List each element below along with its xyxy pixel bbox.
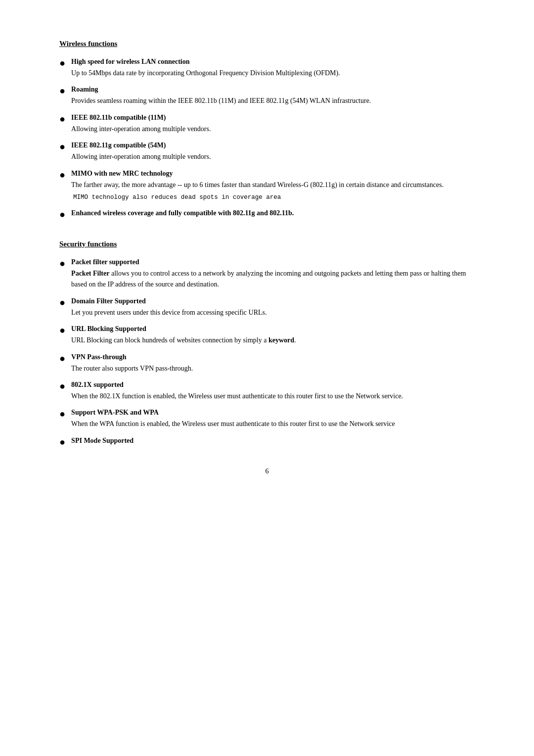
bullet-content: 802.1X supported When the 802.1X functio… [71, 381, 475, 402]
list-item: ● Support WPA-PSK and WPA When the WPA f… [59, 409, 475, 429]
bullet-description: The router also supports VPN pass-throug… [71, 365, 193, 372]
bullet-dot: ● [59, 113, 65, 125]
list-item: ● URL Blocking Supported URL Blocking ca… [59, 325, 475, 346]
bullet-content: High speed for wireless LAN connection U… [71, 58, 475, 79]
bullet-content: Domain Filter Supported Let you prevent … [71, 297, 475, 318]
bullet-content: IEEE 802.11g compatible (54M) Allowing i… [71, 142, 475, 162]
bullet-heading: Support WPA-PSK and WPA [71, 409, 475, 417]
bullet-heading: 802.1X supported [71, 381, 475, 389]
bullet-heading: IEEE 802.11g compatible (54M) [71, 142, 475, 149]
bullet-description: When the 802.1X function is enabled, the… [71, 392, 403, 400]
list-item: ● IEEE 802.11g compatible (54M) Allowing… [59, 142, 475, 162]
bullet-content: Roaming Provides seamless roaming within… [71, 86, 475, 106]
security-bullet-list: ● Packet filter supported Packet Filter … [59, 258, 475, 448]
bullet-heading: SPI Mode Supported [71, 437, 475, 445]
bullet-description: When the WPA function is enabled, the Wi… [71, 420, 395, 427]
list-item: ● High speed for wireless LAN connection… [59, 58, 475, 79]
bullet-heading: URL Blocking Supported [71, 325, 475, 333]
bullet-description: Packet Filter allows you to control acce… [71, 270, 466, 288]
security-section: Security functions ● Packet filter suppo… [59, 240, 475, 448]
bullet-description: Allowing inter-operation among multiple … [71, 125, 211, 133]
bullet-heading: High speed for wireless LAN connection [71, 58, 475, 66]
wireless-section-title: Wireless functions [59, 40, 475, 48]
bullet-dot: ● [59, 208, 65, 220]
bullet-dot: ● [59, 169, 65, 181]
page-number: 6 [59, 468, 475, 475]
bullet-heading: IEEE 802.11b compatible (11M) [71, 114, 475, 122]
list-item: ● IEEE 802.11b compatible (11M) Allowing… [59, 114, 475, 135]
bold-text: Packet Filter [71, 270, 109, 277]
bullet-dot: ● [59, 436, 65, 448]
bold-keyword: keyword [268, 336, 294, 344]
list-item: ● Packet filter supported Packet Filter … [59, 258, 475, 290]
bullet-content: VPN Pass-through The router also support… [71, 353, 475, 374]
list-item: ● Enhanced wireless coverage and fully c… [59, 209, 475, 220]
bullet-dot: ● [59, 85, 65, 96]
bullet-dot: ● [59, 380, 65, 392]
bullet-description: Provides seamless roaming within the IEE… [71, 97, 371, 104]
bullet-content: IEEE 802.11b compatible (11M) Allowing i… [71, 114, 475, 135]
bullet-dot: ● [59, 324, 65, 336]
bullet-heading: Enhanced wireless coverage and fully com… [71, 209, 475, 217]
list-item: ● SPI Mode Supported [59, 437, 475, 448]
bullet-dot: ● [59, 296, 65, 308]
bullet-heading: VPN Pass-through [71, 353, 475, 361]
bullet-description: Allowing inter-operation among multiple … [71, 153, 211, 160]
bullet-content: Enhanced wireless coverage and fully com… [71, 209, 475, 219]
bullet-content: SPI Mode Supported [71, 437, 475, 447]
bullet-heading: Domain Filter Supported [71, 297, 475, 305]
bullet-content: Support WPA-PSK and WPA When the WPA fun… [71, 409, 475, 429]
bullet-dot: ● [59, 257, 65, 269]
bullet-description: Up to 54Mbps data rate by incorporating … [71, 69, 340, 77]
bullet-dot: ● [59, 352, 65, 364]
bullet-description: Let you prevent users under this device … [71, 309, 267, 316]
bullet-description: The farther away, the more advantage -- … [71, 181, 444, 189]
list-item: ● Roaming Provides seamless roaming with… [59, 86, 475, 106]
list-item: ● VPN Pass-through The router also suppo… [59, 353, 475, 374]
bullet-mono-note: MIMO technology also reduces dead spots … [71, 192, 475, 202]
list-item: ● 802.1X supported When the 802.1X funct… [59, 381, 475, 402]
bullet-content: URL Blocking Supported URL Blocking can … [71, 325, 475, 346]
bullet-heading: Packet filter supported [71, 258, 475, 266]
bullet-heading: MIMO with new MRC technology [71, 170, 475, 178]
bullet-heading: Roaming [71, 86, 475, 94]
wireless-bullet-list: ● High speed for wireless LAN connection… [59, 58, 475, 220]
bullet-dot: ● [59, 141, 65, 152]
wireless-section: Wireless functions ● High speed for wire… [59, 40, 475, 220]
list-item: ● Domain Filter Supported Let you preven… [59, 297, 475, 318]
bullet-dot: ● [59, 408, 65, 420]
bullet-content: MIMO with new MRC technology The farther… [71, 170, 475, 202]
bullet-dot: ● [59, 57, 65, 69]
security-section-title: Security functions [59, 240, 475, 248]
bullet-content: Packet filter supported Packet Filter al… [71, 258, 475, 290]
bullet-description: URL Blocking can block hundreds of websi… [71, 336, 296, 344]
list-item: ● MIMO with new MRC technology The farth… [59, 170, 475, 202]
